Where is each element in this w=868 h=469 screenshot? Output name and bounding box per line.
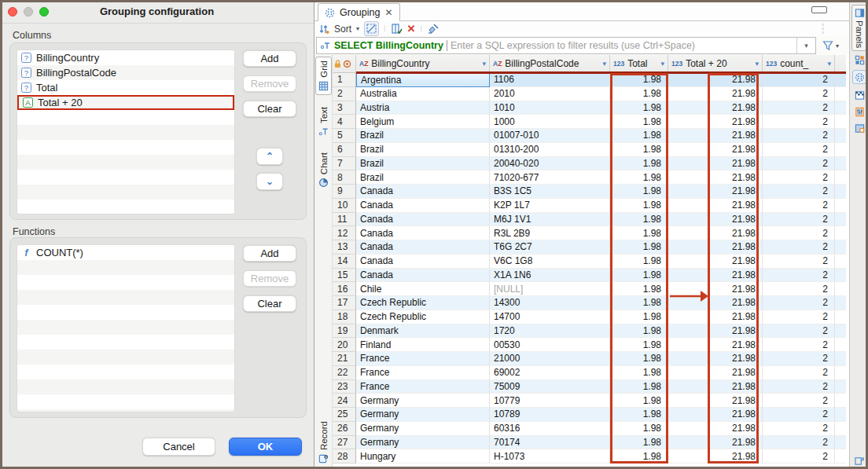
- tab-text[interactable]: Text: [315, 104, 332, 140]
- cell-total-plus-20[interactable]: 21.98: [668, 73, 763, 87]
- tab-panels[interactable]: Panels: [851, 5, 867, 51]
- row-filler[interactable]: [835, 213, 846, 227]
- cell-total-plus-20[interactable]: 21.98: [668, 226, 763, 240]
- row-filler[interactable]: [835, 422, 846, 436]
- cell-total[interactable]: 1.98: [610, 73, 668, 87]
- cell-billingpostalcode[interactable]: X1A 1N6: [490, 269, 610, 283]
- cell-billingcountry[interactable]: Hungary: [356, 449, 490, 464]
- cell-total-plus-20[interactable]: 21.98: [668, 282, 763, 296]
- cell-total-plus-20[interactable]: 21.98: [668, 129, 763, 143]
- sort-dropdown-icon[interactable]: ▾: [356, 25, 359, 32]
- columns-remove-button[interactable]: Remove: [243, 75, 296, 92]
- cell-total[interactable]: 1.98: [610, 213, 668, 227]
- cell-total[interactable]: 1.98: [610, 170, 668, 185]
- cell-total-plus-20[interactable]: 21.98: [668, 170, 763, 185]
- cell-count[interactable]: 2: [763, 436, 835, 450]
- move-down-button[interactable]: ⌄: [256, 173, 283, 190]
- ok-button[interactable]: OK: [229, 438, 302, 456]
- cell-billingpostalcode[interactable]: 21000: [490, 352, 610, 366]
- cell-billingpostalcode[interactable]: 2010: [490, 87, 610, 101]
- cell-billingpostalcode[interactable]: H-1073: [490, 449, 610, 464]
- row-filler[interactable]: [835, 324, 846, 339]
- cell-total[interactable]: 1.98: [610, 269, 668, 283]
- cell-total[interactable]: 1.98: [610, 394, 668, 408]
- cell-count[interactable]: 2: [763, 185, 835, 199]
- sql-filter-input[interactable]: SELECT BillingCountry Enter a SQL expres…: [316, 37, 816, 54]
- filter-history-dropdown[interactable]: ▾: [796, 38, 815, 53]
- cell-billingpostalcode[interactable]: T6G 2C7: [490, 240, 610, 255]
- row-number-cell[interactable]: 22: [333, 366, 356, 380]
- toggle-grouping-attributes-button[interactable]: [364, 21, 379, 36]
- cell-billingcountry[interactable]: Germany: [356, 436, 490, 450]
- cell-billingcountry[interactable]: Austria: [356, 101, 490, 115]
- cell-total-plus-20[interactable]: 21.98: [668, 240, 763, 255]
- table-row[interactable]: 28HungaryH-10731.9821.982: [333, 449, 847, 464]
- table-row[interactable]: 16Chile[NULL]1.9821.982: [333, 282, 847, 296]
- cell-billingcountry[interactable]: Germany: [356, 408, 490, 422]
- cell-billingcountry[interactable]: Belgium: [356, 115, 490, 129]
- table-row[interactable]: 24Germany107791.9821.982: [333, 394, 847, 408]
- cell-count[interactable]: 2: [763, 269, 835, 283]
- clean-broom-button[interactable]: [427, 23, 440, 35]
- column-header-billingpostalcode[interactable]: AZBillingPostalCode▾: [490, 55, 610, 73]
- tab-grid[interactable]: Grid: [315, 57, 332, 95]
- cell-total[interactable]: 1.98: [610, 422, 668, 436]
- column-header-total-20[interactable]: 123Total + 20▾: [668, 55, 763, 73]
- cell-total[interactable]: 1.98: [610, 226, 668, 240]
- cell-total[interactable]: 1.98: [610, 143, 668, 157]
- cell-total-plus-20[interactable]: 21.98: [668, 255, 763, 269]
- zoom-window-button[interactable]: [39, 7, 49, 16]
- cell-billingpostalcode[interactable]: 1010: [490, 101, 610, 115]
- row-filler[interactable]: [835, 338, 846, 352]
- cell-count[interactable]: 2: [763, 366, 835, 380]
- sort-config-button[interactable]: [318, 24, 329, 35]
- cell-total-plus-20[interactable]: 21.98: [668, 422, 763, 436]
- cell-billingcountry[interactable]: Germany: [356, 394, 490, 408]
- value-viewer-panel-button[interactable]: [852, 53, 866, 67]
- cell-billingpostalcode[interactable]: 1720: [490, 324, 610, 339]
- row-filler[interactable]: [835, 185, 846, 199]
- columns-clear-button[interactable]: Clear: [243, 101, 296, 117]
- row-filler[interactable]: [835, 157, 846, 171]
- row-filler[interactable]: [835, 143, 846, 157]
- cell-count[interactable]: 2: [763, 394, 835, 408]
- row-number-cell[interactable]: 8: [333, 170, 356, 185]
- row-number-cell[interactable]: 20: [333, 338, 356, 352]
- cell-count[interactable]: 2: [763, 143, 835, 157]
- cell-billingcountry[interactable]: Canada: [356, 185, 490, 199]
- cell-billingcountry[interactable]: Canada: [356, 213, 490, 227]
- functions-list[interactable]: f COUNT(*): [17, 244, 235, 412]
- apply-filter-button[interactable]: ▾: [822, 40, 839, 51]
- cell-count[interactable]: 2: [763, 296, 835, 310]
- cell-count[interactable]: 2: [763, 87, 835, 101]
- cell-total[interactable]: 1.98: [610, 296, 668, 310]
- cell-total[interactable]: 1.98: [610, 185, 668, 199]
- row-number-cell[interactable]: 17: [333, 296, 356, 310]
- cell-total[interactable]: 1.98: [610, 449, 668, 464]
- cell-count[interactable]: 2: [763, 324, 835, 339]
- cell-billingpostalcode[interactable]: 60316: [490, 422, 610, 436]
- list-item[interactable]: ? Total: [17, 80, 234, 95]
- column-filter-dropdown-icon[interactable]: ▾: [755, 60, 759, 68]
- list-item-highlighted[interactable]: A Total + 20: [17, 95, 234, 110]
- cell-total-plus-20[interactable]: 21.98: [668, 394, 763, 408]
- row-number-cell[interactable]: 1: [333, 73, 356, 87]
- cell-total-plus-20[interactable]: 21.98: [668, 269, 763, 283]
- table-row[interactable]: 15CanadaX1A 1N61.9821.982: [333, 269, 847, 283]
- row-filler[interactable]: [835, 101, 846, 115]
- cell-billingpostalcode[interactable]: K2P 1L7: [490, 199, 610, 213]
- cell-total[interactable]: 1.98: [610, 87, 668, 101]
- cell-count[interactable]: 2: [763, 352, 835, 366]
- cell-billingcountry[interactable]: Brazil: [356, 157, 490, 171]
- row-filler[interactable]: [835, 394, 846, 408]
- row-filler[interactable]: [835, 310, 846, 324]
- cell-total[interactable]: 1.98: [610, 240, 668, 255]
- table-row[interactable]: 11CanadaM6J 1V11.9821.982: [333, 213, 847, 227]
- cell-count[interactable]: 2: [763, 129, 835, 143]
- cell-count[interactable]: 2: [763, 170, 835, 185]
- functions-add-button[interactable]: Add: [243, 245, 296, 262]
- cell-billingpostalcode[interactable]: 71020-677: [490, 170, 610, 185]
- cell-total-plus-20[interactable]: 21.98: [668, 296, 763, 310]
- cell-billingcountry[interactable]: Canada: [356, 226, 490, 240]
- table-row[interactable]: 1Argentina11061.9821.982: [333, 73, 847, 87]
